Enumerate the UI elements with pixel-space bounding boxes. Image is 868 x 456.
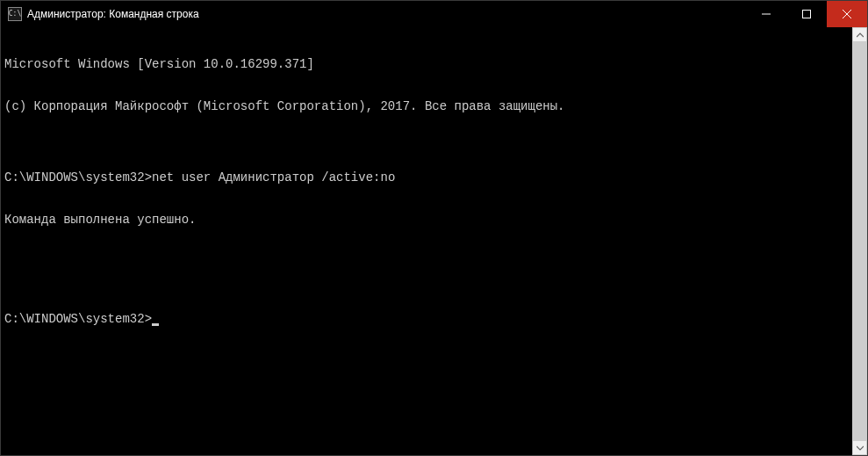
terminal-line: C:\WINDOWS\system32>net user Администрат…	[4, 170, 849, 185]
minimize-button[interactable]	[746, 1, 786, 27]
current-prompt: C:\WINDOWS\system32>	[4, 312, 849, 326]
scrollbar-thumb[interactable]	[852, 42, 867, 440]
chevron-up-icon	[857, 32, 864, 39]
maximize-icon	[802, 10, 811, 18]
scroll-down-button[interactable]	[852, 440, 867, 455]
titlebar[interactable]: C:\ Администратор: Командная строка	[1, 1, 867, 27]
command-prompt-window: C:\ Администратор: Командная строка Micr…	[0, 0, 868, 456]
prompt-path: C:\WINDOWS\system32>	[4, 170, 152, 185]
chevron-down-icon	[857, 445, 864, 452]
terminal-line: Microsoft Windows [Version 10.0.16299.37…	[4, 57, 849, 71]
svg-rect-1	[803, 11, 811, 18]
prompt-path: C:\WINDOWS\system32>	[4, 312, 152, 326]
cmd-icon: C:\	[8, 7, 22, 21]
close-icon	[843, 10, 851, 18]
typed-command: net user Администратор /active:no	[152, 170, 395, 185]
cursor	[152, 323, 159, 326]
scrollbar-track[interactable]	[852, 42, 867, 440]
terminal-line: (c) Корпорация Майкрософт (Microsoft Cor…	[4, 99, 849, 113]
close-button[interactable]	[827, 1, 867, 27]
terminal-output[interactable]: Microsoft Windows [Version 10.0.16299.37…	[1, 27, 852, 455]
terminal-line: Команда выполнена успешно.	[4, 213, 849, 227]
scroll-up-button[interactable]	[852, 27, 867, 42]
minimize-icon	[762, 10, 771, 18]
vertical-scrollbar[interactable]	[852, 27, 867, 455]
window-title: Администратор: Командная строка	[27, 8, 746, 20]
maximize-button[interactable]	[786, 1, 827, 27]
content-area: Microsoft Windows [Version 10.0.16299.37…	[1, 27, 867, 455]
window-controls	[746, 1, 867, 27]
